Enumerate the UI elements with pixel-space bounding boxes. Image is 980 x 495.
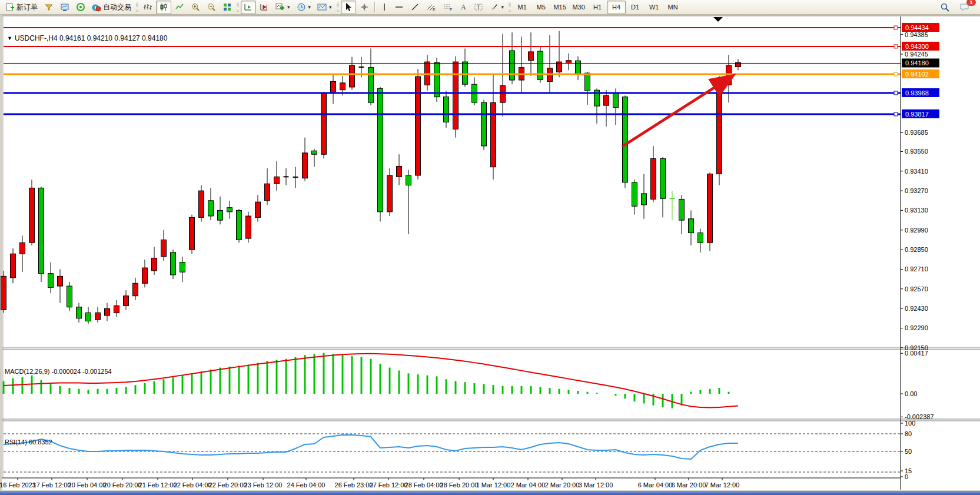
zoom-out-button[interactable] xyxy=(204,1,219,14)
search-button[interactable] xyxy=(937,1,953,14)
level-line-handle[interactable] xyxy=(894,72,898,76)
chart-shift-button[interactable] xyxy=(257,1,272,14)
candle-body xyxy=(623,97,628,182)
price-badge-label: 0.94180 xyxy=(905,59,929,67)
price-badge-label: 0.93817 xyxy=(905,111,929,118)
candle-body xyxy=(726,65,732,85)
chevron-down-icon: ▾ xyxy=(287,4,290,10)
price-tick-label: 0.94245 xyxy=(905,51,928,58)
time-tick-label: 26 Feb 23:00 xyxy=(335,481,373,489)
bar-chart-button[interactable] xyxy=(140,1,155,14)
timeframe-button-H1[interactable]: H1 xyxy=(588,1,607,14)
candle-body xyxy=(105,308,110,315)
candle-body xyxy=(171,253,176,275)
price-chart[interactable]: 0.943850.942450.936850.935500.934100.932… xyxy=(0,15,980,491)
level-line-handle[interactable] xyxy=(894,45,898,48)
macd-indicator-label: MACD(12,26,9) -0.000024 -0.001254 xyxy=(5,368,112,375)
timeframe-button-M15[interactable]: M15 xyxy=(550,1,569,14)
template-icon xyxy=(317,2,327,12)
signal-button[interactable] xyxy=(73,1,88,14)
candle-body xyxy=(604,95,609,105)
timeframe-toolbar: M1M5M15M30H1H4D1W1MN xyxy=(513,1,682,14)
svg-text:E: E xyxy=(433,8,436,12)
zoom-in-button[interactable] xyxy=(188,1,203,14)
market-watch-button[interactable] xyxy=(57,1,72,14)
candle-body xyxy=(585,73,590,91)
rsi-axis-label: 100 xyxy=(905,420,915,427)
chat-button[interactable]: 1 xyxy=(956,1,973,14)
symbol-dropdown-icon[interactable]: ▼ xyxy=(7,35,12,41)
time-tick-label: 2 Mar 20:00 xyxy=(545,481,580,489)
candle-body xyxy=(717,86,722,174)
metaeditor-button[interactable] xyxy=(41,1,57,14)
candle-body xyxy=(152,258,157,270)
time-tick-label: 1 Mar 12:00 xyxy=(476,481,511,489)
new-order-button[interactable]: 新订单 xyxy=(2,1,41,14)
arrows-button[interactable]: ▾ xyxy=(487,1,507,14)
period-clock-icon xyxy=(297,2,306,12)
candle-body xyxy=(95,313,101,320)
time-tick-label: 20 Feb 20:00 xyxy=(104,481,142,489)
time-tick-label: 7 Mar 12:00 xyxy=(705,481,740,489)
candle-body xyxy=(331,81,336,93)
price-badge-label: 0.94300 xyxy=(905,43,929,50)
candle-body xyxy=(255,202,261,217)
candle-chart-icon xyxy=(159,2,168,12)
text-a-button[interactable]: A xyxy=(456,1,470,14)
candle-body xyxy=(142,268,148,283)
trendline-button[interactable] xyxy=(407,1,423,14)
price-tick-label: 0.92570 xyxy=(905,285,928,293)
chart-window[interactable]: 0.943850.942450.936850.935500.934100.932… xyxy=(0,15,980,491)
candle-chart-button[interactable] xyxy=(156,1,171,14)
time-tick-label: 28 Feb 04:00 xyxy=(405,481,443,489)
price-badge-label: 0.94102 xyxy=(905,71,929,78)
channel-icon: E xyxy=(426,2,436,12)
line-chart-icon xyxy=(175,2,184,12)
channel-button[interactable]: E xyxy=(423,1,439,14)
rsi-axis-label: 80 xyxy=(905,430,912,437)
zoom-in-icon xyxy=(191,2,200,12)
time-tick-label: 22 Feb 04:00 xyxy=(174,481,212,489)
template-button[interactable]: ▾ xyxy=(314,1,335,14)
trendline-icon xyxy=(410,2,420,12)
time-tick-label: 21 Feb 12:00 xyxy=(139,481,177,489)
candle-body xyxy=(161,240,167,257)
chart-title-text: USDCHF-,H4 0.94161 0.94210 0.94127 0.941… xyxy=(15,34,168,42)
candle-body xyxy=(11,254,16,277)
timeframe-button-D1[interactable]: D1 xyxy=(626,1,645,14)
chevron-down-icon: ▾ xyxy=(329,4,332,10)
auto-trading-label: 自动交易 xyxy=(103,2,131,12)
crosshair-button[interactable] xyxy=(357,1,372,14)
price-tick-label: 0.93550 xyxy=(905,148,928,155)
chart-title: ▼USDCHF-,H4 0.94161 0.94210 0.94127 0.94… xyxy=(7,34,167,42)
horizontal-line-button[interactable] xyxy=(391,1,407,14)
period-clock-button[interactable]: ▾ xyxy=(294,1,314,14)
timeframe-button-M30[interactable]: M30 xyxy=(569,1,588,14)
candle-body xyxy=(180,263,185,273)
candle-body xyxy=(190,217,195,250)
cursor-button[interactable] xyxy=(341,1,356,14)
tile-windows-button[interactable] xyxy=(220,1,235,14)
timeframe-button-M1[interactable]: M1 xyxy=(513,1,531,14)
level-line-handle[interactable] xyxy=(894,112,898,116)
svg-text:A: A xyxy=(461,3,466,11)
timeframe-button-W1[interactable]: W1 xyxy=(645,1,663,14)
candle-body xyxy=(387,175,393,212)
auto-scroll-button[interactable] xyxy=(241,1,256,14)
add-indicator-button[interactable]: ▾ xyxy=(273,1,293,14)
candle-body xyxy=(434,62,440,97)
timeframe-button-MN[interactable]: MN xyxy=(663,1,682,14)
level-line-handle[interactable] xyxy=(894,91,898,95)
timeframe-button-M5[interactable]: M5 xyxy=(531,1,550,14)
vertical-line-button[interactable] xyxy=(378,1,391,14)
text-label-button[interactable]: T xyxy=(471,1,486,14)
candle-body xyxy=(566,61,572,64)
fibonacci-button[interactable]: F xyxy=(440,1,456,14)
candle-body xyxy=(500,86,506,103)
candle-body xyxy=(491,102,496,167)
window-bottom-edge xyxy=(0,491,980,495)
line-chart-button[interactable] xyxy=(172,1,187,14)
timeframe-button-H4[interactable]: H4 xyxy=(607,1,626,14)
level-line-handle[interactable] xyxy=(894,26,898,29)
auto-trading-button[interactable]: 自动交易 xyxy=(89,1,134,14)
